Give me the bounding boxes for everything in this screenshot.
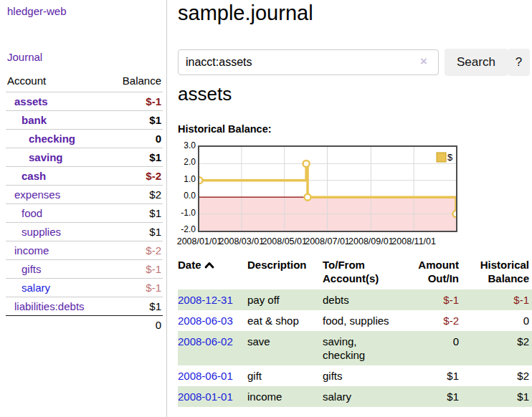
transaction-row: 2008-12-31pay offdebts$-1$-1 (178, 289, 532, 310)
x-axis-label: 2008/05/01 (262, 236, 307, 246)
y-axis-label: 3.0 (178, 140, 196, 150)
account-balance: $-2 (146, 244, 161, 257)
account-link[interactable]: gifts (6, 263, 42, 276)
account-link[interactable]: cash (6, 170, 46, 183)
y-axis-label: 2.0 (178, 157, 196, 167)
account-balance: 0 (156, 133, 161, 145)
transaction-amount: $1 (414, 386, 462, 407)
transaction-accounts: gifts (323, 365, 414, 386)
transaction-date-cell: 2008-01-01 (178, 386, 247, 407)
account-balance: $1 (149, 151, 161, 164)
account-row: expenses$2 (6, 185, 163, 203)
transaction-accounts: saving,checking (323, 331, 414, 365)
account-link[interactable]: saving (6, 151, 63, 164)
x-axis-label: 2008/07/01 (305, 236, 350, 246)
balance-line-series: $ (199, 147, 456, 231)
account-link[interactable]: liabilities:debts (6, 300, 85, 313)
col-header-date[interactable]: Date (178, 257, 247, 289)
transaction-balance: 0 (462, 310, 532, 331)
account-balance: $-1 (146, 263, 161, 276)
x-axis-label: 2008/01/01 (177, 236, 222, 246)
account-balance: $2 (149, 188, 161, 201)
account-row: gifts$-1 (6, 259, 163, 278)
account-balance: $1 (149, 114, 161, 127)
chart-plot-area: $ (198, 145, 457, 232)
chart-title: Historical Balance: (178, 123, 272, 135)
transaction-date-link[interactable]: 2008-01-01 (178, 390, 233, 403)
transaction-balance: $1 (462, 386, 532, 407)
col-header-amount: AmountOut/In (414, 257, 462, 289)
transaction-description: eat & shop (247, 310, 323, 331)
account-row: checking0 (6, 129, 163, 148)
account-balance: $1 (149, 226, 161, 239)
page-title: sample.journal (178, 1, 313, 25)
transactions-table: Date Description To/FromAccount(s) Amoun… (178, 257, 532, 407)
transaction-date-link[interactable]: 2008-06-03 (178, 315, 233, 327)
accounts-panel: Account Balance assets$-1bank$1checking0… (6, 72, 163, 335)
transaction-amount: $1 (414, 365, 462, 386)
transaction-date-cell: 2008-06-01 (178, 365, 247, 386)
transaction-description: save (247, 331, 323, 365)
help-button[interactable]: ? (508, 49, 530, 76)
journal-nav-link[interactable]: Journal (7, 51, 42, 63)
date-header-label: Date (178, 259, 201, 271)
account-balance: $-2 (146, 170, 161, 183)
account-row: supplies$1 (6, 222, 163, 241)
accounts-total-value: 0 (156, 319, 161, 331)
app-title-link[interactable]: hledger-web (7, 5, 67, 17)
transaction-amount: 0 (414, 331, 462, 365)
transaction-amount: $-2 (414, 310, 462, 331)
account-heading: assets (178, 83, 232, 105)
account-link[interactable]: assets (6, 95, 48, 108)
account-row: income$-2 (6, 241, 163, 259)
account-link[interactable]: supplies (6, 226, 61, 239)
account-link[interactable]: expenses (6, 188, 60, 201)
col-header-description: Description (247, 257, 323, 289)
transaction-accounts: salary (323, 386, 414, 407)
transaction-date-cell: 2008-06-02 (178, 331, 247, 365)
account-link[interactable]: salary (6, 282, 50, 294)
main-content: sample.journal × Search ? assets Histori… (178, 0, 532, 417)
transaction-date-cell: 2008-06-03 (178, 310, 247, 331)
account-row: assets$-1 (6, 92, 163, 110)
y-axis-label: 0.0 (178, 191, 196, 201)
account-row: liabilities:debts$1 (6, 297, 163, 315)
account-balance: $1 (149, 207, 161, 220)
account-balance: $1 (149, 300, 161, 313)
x-axis-label: 2008/09/01 (348, 236, 394, 246)
accounts-total-row: 0 (6, 315, 163, 335)
transaction-row: 2008-06-01giftgifts$1$2 (178, 365, 532, 386)
transaction-row: 2008-06-03eat & shopfood, supplies$-20 (178, 310, 532, 331)
historical-balance-chart: 3.02.01.00.0-1.0-2.0 $ 2008/01/012008/03… (178, 142, 532, 251)
y-axis-label: -1.0 (178, 208, 196, 218)
transaction-date-link[interactable]: 2008-06-02 (178, 335, 233, 348)
search-form: × Search ? (178, 49, 532, 77)
transaction-balance: $2 (462, 365, 532, 386)
account-row: bank$1 (6, 110, 163, 129)
account-balance: $-1 (146, 95, 161, 108)
account-row: saving$1 (6, 148, 163, 166)
account-link[interactable]: bank (6, 114, 47, 127)
transaction-description: gift (247, 365, 323, 386)
account-row: salary$-1 (6, 278, 163, 297)
account-link[interactable]: checking (6, 133, 75, 145)
transaction-date-link[interactable]: 2008-12-31 (178, 294, 233, 306)
sort-asc-icon (204, 262, 214, 269)
account-link[interactable]: food (6, 207, 42, 220)
x-axis-label: 2008/03/01 (219, 236, 265, 246)
search-input[interactable] (178, 49, 439, 75)
y-axis-label: 1.0 (178, 174, 196, 184)
transaction-balance: $2 (462, 331, 532, 365)
transaction-description: income (247, 386, 323, 407)
sidebar: hledger-web Journal Account Balance asse… (0, 0, 167, 417)
transaction-amount: $-1 (414, 289, 462, 310)
transactions-body: 2008-12-31pay offdebts$-1$-12008-06-03ea… (178, 289, 532, 407)
accounts-header-row: Account Balance (6, 72, 163, 92)
search-button[interactable]: Search (445, 49, 508, 76)
account-balance: $-1 (146, 282, 161, 294)
account-link[interactable]: income (6, 244, 49, 257)
transaction-date-link[interactable]: 2008-06-01 (178, 370, 233, 382)
transaction-description: pay off (247, 289, 323, 310)
clear-search-icon[interactable]: × (420, 54, 427, 69)
svg-text:$: $ (447, 152, 453, 163)
